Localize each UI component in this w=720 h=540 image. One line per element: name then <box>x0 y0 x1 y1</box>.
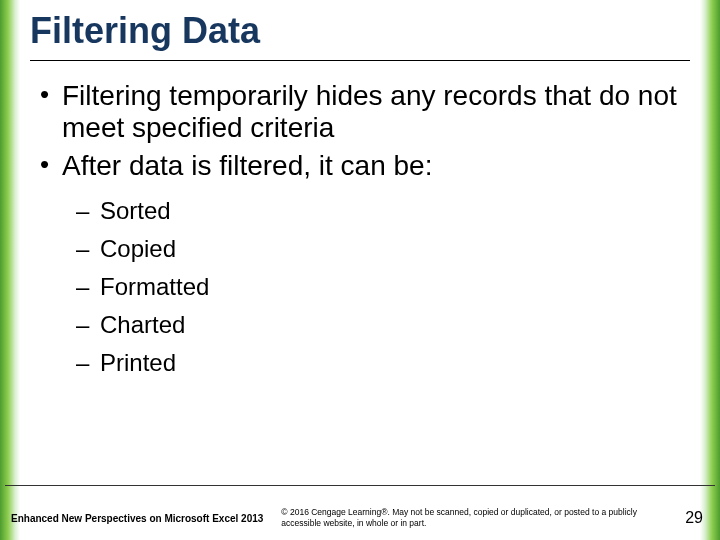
footer-source: Enhanced New Perspectives on Microsoft E… <box>11 513 263 524</box>
list-item: Copied <box>62 231 684 267</box>
accent-right <box>700 0 720 540</box>
sub-bullet-list: Sorted Copied Formatted Charted Printed <box>62 193 684 381</box>
slide-container: Filtering Data Filtering temporarily hid… <box>0 0 720 540</box>
page-number: 29 <box>685 509 709 527</box>
sub-bullet-text: Printed <box>100 349 176 376</box>
sub-bullet-text: Sorted <box>100 197 171 224</box>
bullet-list: Filtering temporarily hides any records … <box>36 80 684 381</box>
title-block: Filtering Data <box>30 10 690 61</box>
list-item: Formatted <box>62 269 684 305</box>
list-item: Charted <box>62 307 684 343</box>
title-underline <box>30 60 690 61</box>
bullet-text: Filtering temporarily hides any records … <box>62 80 677 143</box>
list-item: Printed <box>62 345 684 381</box>
sub-bullet-text: Copied <box>100 235 176 262</box>
footer: Enhanced New Perspectives on Microsoft E… <box>5 496 715 540</box>
list-item: After data is filtered, it can be: Sorte… <box>36 150 684 380</box>
slide-title: Filtering Data <box>30 10 690 60</box>
body-content: Filtering temporarily hides any records … <box>36 80 684 387</box>
accent-left <box>0 0 20 540</box>
list-item: Sorted <box>62 193 684 229</box>
bullet-text: After data is filtered, it can be: <box>62 150 432 181</box>
list-item: Filtering temporarily hides any records … <box>36 80 684 144</box>
footer-divider <box>5 485 715 486</box>
footer-copyright: © 2016 Cengage Learning®. May not be sca… <box>281 507 673 528</box>
sub-bullet-text: Formatted <box>100 273 209 300</box>
sub-bullet-text: Charted <box>100 311 185 338</box>
